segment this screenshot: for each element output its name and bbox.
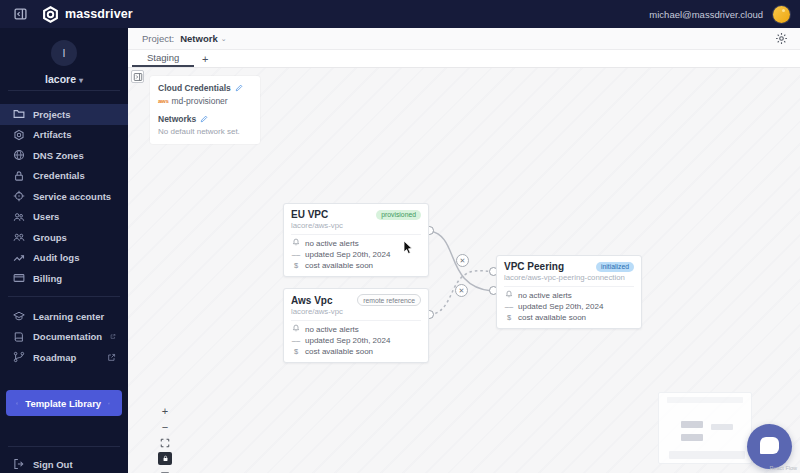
globe-icon xyxy=(13,149,25,161)
node-title: Aws Vpc xyxy=(291,295,333,306)
org-avatar[interactable]: l xyxy=(51,40,77,66)
panel-expand-button[interactable] xyxy=(131,70,144,83)
external-link-icon xyxy=(108,399,110,408)
sidebar-nav-item[interactable]: Projects xyxy=(0,104,128,125)
sidebar-nav-item[interactable]: Audit logs xyxy=(0,248,128,269)
main-content: Project: Network ⌄ Staging + Cloud Crede… xyxy=(128,28,800,473)
sidebar-nav-item[interactable]: Roadmap xyxy=(0,347,128,368)
sidebar-collapse-button[interactable] xyxy=(12,7,28,21)
node-alerts-row: no active alerts xyxy=(291,238,421,249)
org-name: lacore xyxy=(45,73,76,85)
sidebar-nav-item[interactable]: Credentials xyxy=(0,166,128,187)
fit-view-button[interactable] xyxy=(158,436,172,449)
sidebar-item-label: Groups xyxy=(33,232,67,243)
canvas-node[interactable]: Aws Vpc remote reference lacore/aws-vpc … xyxy=(283,288,429,363)
divider xyxy=(8,296,120,297)
layout-button[interactable] xyxy=(158,468,172,473)
environment-tabs: Staging + xyxy=(128,50,800,68)
node-updated-row: –– updated Sep 20th, 2024 xyxy=(291,335,421,346)
sign-out-icon xyxy=(13,458,25,470)
node-cost-row: $ cost available soon xyxy=(504,312,634,323)
dollar-icon: $ xyxy=(291,260,301,271)
dash-icon: –– xyxy=(291,335,301,346)
external-link-icon xyxy=(110,332,116,341)
groups-icon xyxy=(13,231,25,243)
edit-pencil-icon[interactable] xyxy=(235,84,243,92)
folder-icon xyxy=(13,108,25,120)
sidebar-item-label: Credentials xyxy=(33,170,85,181)
settings-gear-icon[interactable] xyxy=(775,32,788,45)
aws-provider-icon: aws xyxy=(158,98,168,104)
zoom-in-button[interactable]: + xyxy=(158,404,172,417)
sidebar-secondary-nav: Learning center Documentation Roadmap xyxy=(0,306,128,368)
sidebar-nav-item[interactable]: Service accounts xyxy=(0,186,128,207)
external-link-icon xyxy=(107,353,116,362)
canvas-node[interactable]: EU VPC provisioned lacore/aws-vpc no act… xyxy=(283,203,429,277)
dash-icon: –– xyxy=(504,301,514,312)
user-email: michael@massdriver.cloud xyxy=(649,9,763,20)
project-select[interactable]: Network xyxy=(180,33,217,44)
credit-card-icon xyxy=(13,272,25,284)
crosshair-icon xyxy=(13,190,25,202)
edit-pencil-icon[interactable] xyxy=(200,115,208,123)
edge-delete-button[interactable]: ✕ xyxy=(455,284,468,297)
project-label: Project: xyxy=(142,33,174,44)
loading-skeleton-panel xyxy=(658,392,752,464)
sidebar-nav-item[interactable]: DNS Zones xyxy=(0,145,128,166)
node-subtitle: lacore/aws-vpc-peering-connection xyxy=(504,273,634,287)
bell-icon xyxy=(291,238,301,249)
project-bar: Project: Network ⌄ xyxy=(128,28,800,50)
node-status-badge: provisioned xyxy=(376,210,421,220)
user-avatar[interactable] xyxy=(773,6,790,23)
top-header: massdriver michael@massdriver.cloud xyxy=(0,0,800,28)
node-cost-row: $ cost available soon xyxy=(291,260,421,271)
sign-out-button[interactable]: Sign Out xyxy=(0,452,128,473)
edge-delete-button[interactable]: ✕ xyxy=(456,254,469,267)
list-icon xyxy=(160,470,170,473)
diagram-canvas[interactable]: Cloud Credentials aws md-provisioner Net… xyxy=(128,68,800,473)
chat-icon xyxy=(760,437,779,454)
lock-interactivity-button[interactable] xyxy=(158,452,172,465)
sidebar-item-label: DNS Zones xyxy=(33,150,84,161)
networks-label: Networks xyxy=(158,114,196,124)
template-library-button[interactable]: Template Library xyxy=(6,390,122,416)
book-icon xyxy=(13,331,25,343)
app-window: massdriver michael@massdriver.cloud l la… xyxy=(0,0,800,473)
node-updated-row: –– updated Sep 20th, 2024 xyxy=(504,301,634,312)
sidebar-nav-item[interactable]: Users xyxy=(0,207,128,228)
zoom-out-button[interactable]: − xyxy=(158,420,172,433)
users-icon xyxy=(13,211,25,223)
sidebar-item-label: Learning center xyxy=(33,311,104,322)
sidebar-item-label: Roadmap xyxy=(33,352,76,363)
credential-name: md-provisioner xyxy=(171,96,227,106)
fit-view-icon xyxy=(160,438,170,448)
bell-icon xyxy=(504,290,514,301)
dash-icon: –– xyxy=(291,249,301,260)
node-title: EU VPC xyxy=(291,209,328,220)
react-flow-attribution: React Flow xyxy=(769,465,797,471)
massdriver-logo[interactable]: massdriver xyxy=(42,6,133,23)
dollar-icon: $ xyxy=(504,312,514,323)
sidebar-nav-item[interactable]: Learning center xyxy=(0,306,128,327)
add-environment-button[interactable]: + xyxy=(194,50,216,67)
sidebar-item-label: Artifacts xyxy=(33,129,72,140)
sign-out-label: Sign Out xyxy=(33,459,73,470)
collapse-left-icon xyxy=(13,7,28,21)
sidebar-nav-item[interactable]: Artifacts xyxy=(0,125,128,146)
sidebar-nav-item[interactable]: Groups xyxy=(0,227,128,248)
tab-staging[interactable]: Staging xyxy=(132,50,194,67)
sidebar-item-label: Billing xyxy=(33,273,62,284)
sidebar-nav-item[interactable]: Documentation xyxy=(0,327,128,348)
node-status-badge: initialized xyxy=(596,262,634,272)
canvas-controls: + − xyxy=(158,404,172,473)
branch-icon xyxy=(13,351,25,363)
sidebar-nav-item[interactable]: Billing xyxy=(0,268,128,289)
canvas-node[interactable]: VPC Peering initialized lacore/aws-vpc-p… xyxy=(496,255,642,329)
graduation-cap-icon xyxy=(13,310,25,322)
panel-expand-icon xyxy=(133,72,143,82)
artifacts-icon xyxy=(13,129,25,141)
org-switcher[interactable]: lacore ▾ xyxy=(0,73,128,85)
chat-launcher-button[interactable] xyxy=(747,424,792,469)
node-cost-row: $ cost available soon xyxy=(291,346,421,357)
node-subtitle: lacore/aws-vpc xyxy=(291,221,421,235)
